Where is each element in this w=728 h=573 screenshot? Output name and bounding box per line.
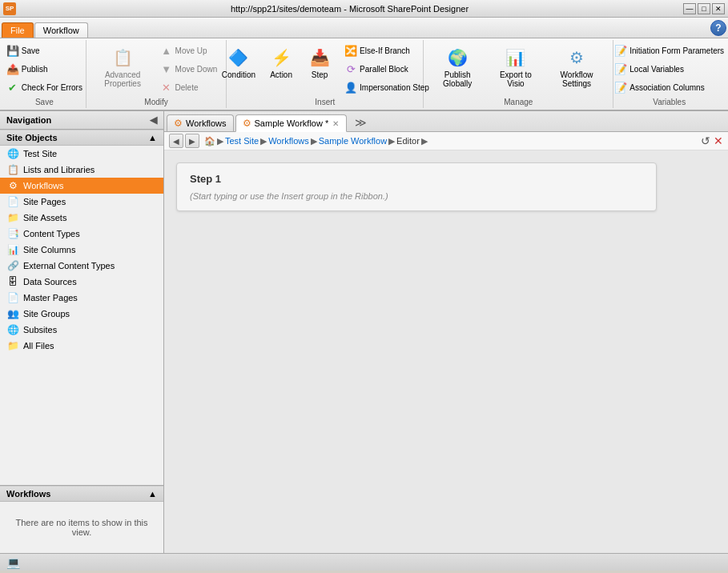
assoc-columns-icon: 📝 (614, 81, 627, 94)
insert-col: 🔀 Else-If Branch ⟳ Parallel Block 👤 Impe… (340, 42, 433, 96)
navigation-panel: Navigation ◀ Site Objects ▲ 🌐 Test Site … (0, 111, 164, 553)
title-bar: SP http://spp21/sites/demoteam - Microso… (0, 0, 728, 18)
bc-sep-1: ▶ (217, 136, 223, 146)
check-icon: ✔ (6, 81, 19, 94)
workflows-content-tab[interactable]: ⚙ Workflows (167, 114, 234, 131)
local-variables-button[interactable]: 📝 Local Variables (610, 60, 728, 78)
minimize-button[interactable]: — (683, 3, 696, 14)
action-button[interactable]: ⚡ Action (263, 42, 299, 82)
nav-item-content-types[interactable]: 📑 Content Types (0, 226, 163, 242)
workflows-tab-icon: ⚙ (174, 118, 183, 129)
modify-group-label: Modify (144, 98, 167, 106)
else-if-button[interactable]: 🔀 Else-If Branch (340, 42, 433, 59)
move-down-icon: ▼ (160, 62, 173, 75)
nav-title: Navigation (6, 115, 51, 125)
publish-globally-button[interactable]: 🌍 Publish Globally (428, 42, 486, 91)
main-layout: Navigation ◀ Site Objects ▲ 🌐 Test Site … (0, 111, 728, 553)
test-site-icon: 🌐 (6, 147, 19, 160)
bc-sep-3: ▶ (311, 136, 317, 146)
nav-item-master-pages[interactable]: 📄 Master Pages (0, 290, 163, 306)
condition-button[interactable]: 🔷 Condition (217, 42, 260, 82)
ribbon: 💾 Save 📤 Publish ✔ Check For Errors Save… (0, 38, 728, 111)
parallel-block-button[interactable]: ⟳ Parallel Block (340, 60, 433, 78)
back-button[interactable]: ◀ (169, 134, 183, 148)
ribbon-tab-bar: File Workflow ? (0, 18, 728, 38)
breadcrumb-test-site[interactable]: Test Site (225, 136, 259, 146)
workflows-nav-icon: ⚙ (6, 179, 19, 192)
ribbon-group-modify: 📋 Advanced Properties ▲ Move Up ▼ Move D… (86, 40, 227, 108)
delete-button[interactable]: ✕ Delete (156, 78, 222, 96)
breadcrumb-sample-workflow[interactable]: Sample Workflow (319, 136, 387, 146)
site-assets-icon: 📁 (6, 211, 19, 224)
breadcrumb-current: Editor (396, 136, 420, 146)
impersonation-step-button[interactable]: 👤 Impersonation Step (340, 78, 433, 96)
site-objects-header[interactable]: Site Objects ▲ (0, 130, 163, 146)
save-button[interactable]: 💾 Save (2, 42, 86, 59)
stop-button[interactable]: ✕ (714, 134, 723, 147)
ribbon-group-modify-content: 📋 Advanced Properties ▲ Move Up ▼ Move D… (91, 42, 222, 96)
workflow-tab[interactable]: Workflow (34, 22, 88, 38)
ribbon-group-manage: 🌍 Publish Globally 📊 Export to Visio ⚙ W… (424, 40, 613, 108)
nav-item-test-site[interactable]: 🌐 Test Site (0, 146, 163, 162)
insert-group-label: Insert (315, 98, 335, 106)
sample-workflow-content-tab[interactable]: ⚙ Sample Workflow * ✕ (235, 114, 348, 132)
nav-collapse-button[interactable]: ◀ (150, 114, 157, 126)
step-icon: 📥 (307, 45, 332, 70)
editor-area[interactable]: Step 1 (Start typing or use the Insert g… (164, 150, 728, 553)
title-bar-controls[interactable]: — □ ✕ (683, 3, 725, 14)
master-pages-icon: 📄 (6, 291, 19, 304)
nav-header: Navigation ◀ (0, 111, 163, 130)
export-to-visio-button[interactable]: 📊 Export to Visio (489, 42, 542, 91)
ribbon-group-insert: 🔷 Condition ⚡ Action 📥 Step 🔀 Else-If Br… (227, 40, 424, 108)
breadcrumb-nav: ◀ ▶ (169, 134, 199, 148)
nav-item-lists-libraries[interactable]: 📋 Lists and Libraries (0, 162, 163, 178)
all-files-icon: 📁 (6, 339, 19, 352)
publish-button[interactable]: 📤 Publish (2, 60, 86, 78)
content-area: ⚙ Workflows ⚙ Sample Workflow * ✕ ≫ ◀ ▶ … (164, 111, 728, 553)
ribbon-group-insert-content: 🔷 Condition ⚡ Action 📥 Step 🔀 Else-If Br… (217, 42, 433, 96)
nav-item-workflows[interactable]: ⚙ Workflows (0, 178, 163, 194)
check-errors-button[interactable]: ✔ Check For Errors (2, 78, 86, 96)
content-types-icon: 📑 (6, 227, 19, 240)
forward-button[interactable]: ▶ (185, 134, 199, 148)
subsites-icon: 🌐 (6, 323, 19, 336)
nav-item-data-sources[interactable]: 🗄 Data Sources (0, 274, 163, 290)
close-button[interactable]: ✕ (712, 3, 725, 14)
nav-item-subsites[interactable]: 🌐 Subsites (0, 322, 163, 338)
move-up-icon: ▲ (160, 44, 173, 57)
external-content-types-icon: 🔗 (6, 259, 19, 272)
move-up-button[interactable]: ▲ Move Up (156, 42, 222, 59)
association-columns-button[interactable]: 📝 Association Columns (610, 78, 728, 96)
nav-item-site-groups[interactable]: 👥 Site Groups (0, 306, 163, 322)
nav-item-external-content-types[interactable]: 🔗 External Content Types (0, 258, 163, 274)
nav-item-site-columns[interactable]: 📊 Site Columns (0, 242, 163, 258)
step-hint: (Start typing or use the Insert group in… (190, 191, 643, 201)
advanced-properties-button[interactable]: 📋 Advanced Properties (91, 42, 155, 91)
refresh-button[interactable]: ↺ (701, 134, 710, 147)
publish-globally-icon: 🌍 (444, 45, 470, 70)
file-tab[interactable]: File (2, 22, 34, 38)
step-button[interactable]: 📥 Step (302, 42, 337, 82)
new-tab-button[interactable]: ≫ (348, 114, 373, 131)
workflow-step-box: Step 1 (Start typing or use the Insert g… (176, 162, 657, 211)
publish-icon: 📤 (6, 62, 19, 75)
action-icon: ⚡ (268, 45, 294, 70)
nav-item-site-assets[interactable]: 📁 Site Assets (0, 210, 163, 226)
home-icon: 🏠 (204, 136, 215, 146)
data-sources-icon: 🗄 (6, 275, 19, 288)
maximize-button[interactable]: □ (698, 3, 710, 14)
close-tab-button[interactable]: ✕ (332, 119, 340, 128)
lists-libraries-icon: 📋 (6, 163, 19, 176)
breadcrumb-workflows[interactable]: Workflows (268, 136, 309, 146)
bc-sep-2: ▶ (260, 136, 267, 146)
help-button[interactable]: ? (710, 20, 726, 36)
nav-item-all-files[interactable]: 📁 All Files (0, 338, 163, 354)
initiation-form-button[interactable]: 📝 Initiation Form Parameters (610, 42, 728, 59)
workflows-section-header[interactable]: Workflows ▲ (0, 486, 163, 502)
save-group-label: Save (35, 98, 54, 106)
nav-item-site-pages[interactable]: 📄 Site Pages (0, 194, 163, 210)
workflow-settings-button[interactable]: ⚙ Workflow Settings (545, 42, 609, 91)
move-down-button[interactable]: ▼ Move Down (156, 60, 222, 78)
impersonation-icon: 👤 (344, 81, 357, 94)
title-text: http://spp21/sites/demoteam - Microsoft … (16, 4, 683, 14)
